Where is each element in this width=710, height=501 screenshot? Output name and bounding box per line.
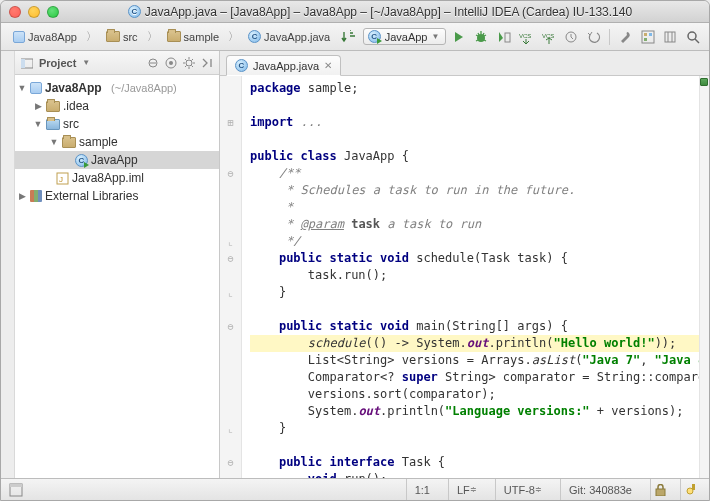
editor-area: C JavaApp.java ✕ ⊞ ⊖ ⌞ ⊖ ⌞ (220, 51, 709, 478)
tree-label: .idea (63, 99, 89, 113)
close-window-button[interactable] (9, 6, 21, 18)
window-titlebar: CJavaApp.java – [Java8App] – Java8App – … (1, 1, 709, 23)
module-icon (13, 31, 25, 43)
coverage-button[interactable] (493, 27, 514, 47)
package-icon (62, 137, 76, 148)
jump-to-source-button[interactable] (338, 27, 359, 47)
lock-status[interactable] (650, 479, 670, 500)
fold-icon[interactable]: ⊖ (220, 165, 241, 182)
fold-icon[interactable]: ⊞ (220, 114, 241, 131)
tree-label: Java8App.iml (72, 171, 144, 185)
run-config-combo[interactable]: C JavaApp ▼ (363, 28, 447, 45)
tree-node-class[interactable]: CJavaApp (15, 151, 219, 169)
settings-button[interactable] (615, 27, 636, 47)
tree-label: Java8App (45, 81, 102, 95)
breadcrumb-project[interactable]: Java8App (7, 28, 83, 46)
module-icon (30, 82, 42, 94)
project-tree[interactable]: ▼Java8App (~/Java8App) ▶.idea ▼src ▼samp… (15, 75, 219, 478)
inspector-icon (685, 484, 697, 496)
tree-node-package[interactable]: ▼sample (15, 133, 219, 151)
caret-position[interactable]: 1:1 (406, 479, 438, 500)
tree-node-src[interactable]: ▼src (15, 115, 219, 133)
toolwindow-header[interactable]: Project ▼ (15, 51, 219, 75)
code-content[interactable]: package sample; import ... public class … (242, 76, 699, 478)
tree-node-external-libs[interactable]: ▶External Libraries (15, 187, 219, 205)
history-icon (564, 30, 578, 44)
search-button[interactable] (682, 27, 703, 47)
class-icon: C (248, 30, 261, 43)
vcs-commit-icon: VCS (542, 30, 556, 44)
fold-icon[interactable]: ⊖ (220, 318, 241, 335)
editor-gutter[interactable]: ⊞ ⊖ ⌞ ⊖ ⌞ ⊖ ⌞ ⊖ ⊖ (220, 76, 242, 478)
svg-rect-8 (644, 38, 647, 41)
fold-end-icon: ⌞ (220, 233, 241, 250)
fold-icon[interactable]: ⊖ (220, 454, 241, 471)
svg-rect-7 (649, 33, 652, 36)
error-stripe[interactable] (699, 76, 709, 478)
source-folder-icon (46, 119, 60, 130)
svg-rect-20 (10, 484, 22, 487)
file-encoding[interactable]: UTF-8 ≑ (495, 479, 550, 500)
git-branch[interactable]: Git: 340883e (560, 479, 640, 500)
run-config-icon: C (368, 30, 381, 43)
inspection-status-icon[interactable] (700, 78, 708, 86)
breadcrumb-sep: 〉 (85, 29, 98, 44)
zoom-window-button[interactable] (47, 6, 59, 18)
wrench-icon (618, 30, 632, 44)
project-view-icon (21, 57, 33, 69)
breadcrumb-src[interactable]: src (100, 28, 144, 46)
svg-rect-21 (656, 489, 665, 496)
svg-point-10 (688, 32, 696, 40)
lock-icon (655, 484, 666, 496)
vcs-update-button[interactable]: VCS (516, 27, 537, 47)
fold-end-icon: ⌞ (220, 420, 241, 437)
revert-icon (587, 30, 601, 44)
breadcrumb-label: JavaApp.java (264, 31, 330, 43)
fold-icon[interactable]: ⊖ (220, 250, 241, 267)
collapse-icon[interactable] (147, 57, 159, 69)
run-button[interactable] (448, 27, 469, 47)
vcs-history-button[interactable] (561, 27, 582, 47)
tree-node-project[interactable]: ▼Java8App (~/Java8App) (15, 79, 219, 97)
editor-tab[interactable]: C JavaApp.java ✕ (226, 55, 341, 76)
line-separator[interactable]: LF ≑ (448, 479, 485, 500)
inspector-widget[interactable] (680, 479, 701, 500)
target-icon[interactable] (165, 57, 177, 69)
tree-node-idea[interactable]: ▶.idea (15, 97, 219, 115)
code-editor[interactable]: ⊞ ⊖ ⌞ ⊖ ⌞ ⊖ ⌞ ⊖ ⊖ (220, 76, 709, 478)
breadcrumb-file[interactable]: CJavaApp.java (242, 27, 336, 46)
gear-icon[interactable] (183, 57, 195, 69)
left-stripe[interactable] (1, 51, 15, 478)
sdk-button[interactable] (660, 27, 681, 47)
play-icon (455, 32, 463, 42)
svg-rect-23 (692, 484, 695, 490)
minimize-window-button[interactable] (28, 6, 40, 18)
project-structure-button[interactable] (637, 27, 658, 47)
separator (609, 29, 610, 45)
vcs-revert-button[interactable] (583, 27, 604, 47)
svg-point-15 (169, 61, 173, 65)
toolwindows-toggle-icon[interactable] (9, 483, 23, 497)
hide-icon[interactable] (201, 57, 213, 69)
close-tab-icon[interactable]: ✕ (324, 60, 332, 71)
run-config-label: JavaApp (385, 31, 428, 43)
svg-rect-6 (644, 33, 647, 36)
tree-node-iml[interactable]: JJava8App.iml (15, 169, 219, 187)
breadcrumb-sep: 〉 (146, 29, 159, 44)
tree-label: External Libraries (45, 189, 138, 203)
bug-icon (474, 30, 488, 44)
project-toolwindow: Project ▼ ▼Java8App (~/Java8App) ▶.idea … (15, 51, 220, 478)
tree-label: src (63, 117, 79, 131)
breadcrumb-label: src (123, 31, 138, 43)
breadcrumb-sep: 〉 (227, 29, 240, 44)
navigation-toolbar: Java8App 〉 src 〉 sample 〉 CJavaApp.java … (1, 23, 709, 51)
toolwindow-title: Project (39, 57, 76, 69)
chevron-down-icon: ▼ (82, 58, 90, 67)
class-icon: C (75, 154, 88, 167)
debug-button[interactable] (471, 27, 492, 47)
breadcrumb-package[interactable]: sample (161, 28, 225, 46)
package-icon (167, 31, 181, 42)
vcs-commit-button[interactable]: VCS (538, 27, 559, 47)
fold-end-icon: ⌞ (220, 284, 241, 301)
svg-rect-5 (642, 31, 654, 43)
